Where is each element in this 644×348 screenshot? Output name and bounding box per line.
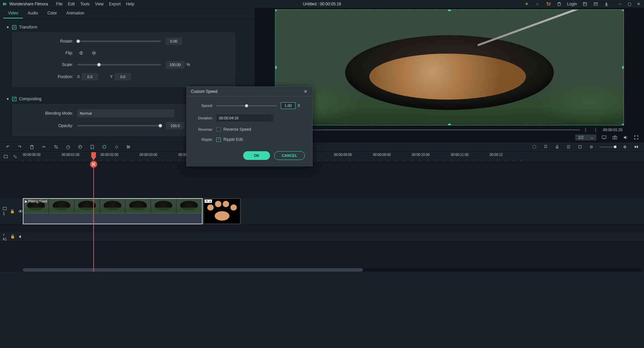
menu-help[interactable]: Help <box>126 2 135 6</box>
window-maximize-icon[interactable]: ▢ <box>627 1 632 7</box>
menu-export[interactable]: Export <box>109 2 121 6</box>
speed-input[interactable] <box>281 102 296 109</box>
undo-icon[interactable]: ↶ <box>5 144 11 150</box>
flip-horizontal-icon[interactable] <box>77 50 85 56</box>
lock-icon[interactable]: 🔓 <box>10 234 15 240</box>
snap-icon[interactable] <box>577 144 583 150</box>
mark-in-icon[interactable]: { <box>585 127 588 132</box>
display-icon[interactable] <box>601 134 607 140</box>
mail-icon[interactable] <box>593 1 598 7</box>
lightbulb-icon[interactable]: ☀ <box>524 1 530 7</box>
resize-handle-mr[interactable] <box>622 66 624 69</box>
zoom-in-icon[interactable]: ⊕ <box>622 144 628 150</box>
cut-icon[interactable]: ✂ <box>41 144 47 150</box>
ok-button[interactable]: OK <box>243 151 270 160</box>
project-title: Untitled : 00:00:05:16 <box>303 2 341 6</box>
menu-tools[interactable]: Tools <box>80 2 90 6</box>
crop-icon[interactable] <box>53 144 59 150</box>
timeline-ruler[interactable]: 00:00:00:0000:00:01:0000:00:02:0000:00:0… <box>23 152 644 162</box>
preview-viewport[interactable] <box>275 9 624 125</box>
playhead-handle[interactable] <box>91 152 97 161</box>
blending-mode-select[interactable]: Normal <box>77 109 174 117</box>
timeline-scrollbar[interactable] <box>23 268 641 272</box>
app-name: Wondershare Filmora <box>9 2 48 6</box>
mark-out-icon[interactable]: } <box>595 127 598 132</box>
speed-icon[interactable] <box>65 144 71 150</box>
ruler-mark: 00:00:00:00 <box>23 153 41 157</box>
lock-icon[interactable]: 🔓 <box>10 208 15 214</box>
settings-icon[interactable] <box>125 144 131 150</box>
preview-progress[interactable] <box>276 129 580 130</box>
resize-handle-mb[interactable] <box>448 124 451 125</box>
ripple-checkbox[interactable] <box>216 137 221 142</box>
resize-handle-tr[interactable] <box>622 9 624 11</box>
menu-file[interactable]: File <box>56 2 62 6</box>
resize-handle-tl[interactable] <box>275 9 277 11</box>
position-x-input[interactable] <box>82 73 98 80</box>
login-button[interactable]: Login <box>567 2 577 6</box>
position-y-input[interactable] <box>115 73 131 80</box>
link-icon[interactable] <box>12 154 18 160</box>
track-options-icon[interactable] <box>3 154 9 160</box>
tab-animation[interactable]: Animation <box>62 8 89 18</box>
flip-vertical-icon[interactable] <box>90 50 98 56</box>
menu-edit[interactable]: Edit <box>68 2 75 6</box>
motion-tracking-tool-icon[interactable] <box>101 144 107 150</box>
fullscreen-icon[interactable] <box>633 134 639 140</box>
download-icon[interactable] <box>604 1 609 7</box>
redo-icon[interactable]: ↷ <box>17 144 23 150</box>
window-close-icon[interactable]: ✕ <box>636 1 641 7</box>
keyframe-icon[interactable]: ◇ <box>113 144 119 150</box>
transform-header[interactable]: ▾ Transform <box>6 22 249 32</box>
blending-label: Blending Mode: <box>20 111 77 116</box>
svg-point-7 <box>78 145 82 149</box>
opacity-input[interactable] <box>166 122 184 129</box>
audio-mixer-icon[interactable] <box>566 144 572 150</box>
timeline-zoom-slider[interactable] <box>600 147 616 148</box>
playhead-scissors-icon[interactable] <box>90 161 97 168</box>
video-clip-1[interactable]: ▶ Plating Food <box>23 198 203 224</box>
resize-handle-br[interactable] <box>622 124 624 125</box>
eye-icon[interactable] <box>18 208 23 214</box>
rotate-slider[interactable] <box>77 41 161 42</box>
duration-input[interactable] <box>216 114 273 122</box>
tab-audio[interactable]: Audio <box>23 8 43 18</box>
render-icon[interactable] <box>531 144 537 150</box>
color-icon[interactable] <box>77 144 83 150</box>
snapshot-icon[interactable] <box>612 134 618 140</box>
scale-slider[interactable] <box>77 64 161 65</box>
speed-label: Speed: <box>194 104 216 108</box>
zoom-fit-icon[interactable] <box>633 144 639 150</box>
window-minimize-icon[interactable]: ─ <box>617 1 623 7</box>
ruler-mark: 00:00:01:00 <box>62 153 79 157</box>
resize-handle-ml[interactable] <box>275 66 277 69</box>
video-clip-2[interactable]: ✕ a <box>203 198 241 224</box>
tab-color[interactable]: Color <box>43 8 62 18</box>
voiceover-icon[interactable] <box>554 144 560 150</box>
transform-label: Transform <box>19 25 37 30</box>
trash-icon[interactable] <box>556 1 562 7</box>
dialog-close-icon[interactable]: ✕ <box>303 89 308 94</box>
reverse-checkbox[interactable] <box>216 127 221 132</box>
tab-video[interactable]: Video <box>3 8 23 18</box>
cancel-button[interactable]: CANCEL <box>274 151 305 160</box>
titlebar: Wondershare Filmora File Edit Tools View… <box>0 0 644 8</box>
green-screen-icon[interactable] <box>89 144 95 150</box>
rotate-input[interactable] <box>166 38 182 45</box>
speed-slider[interactable] <box>216 105 277 106</box>
volume-icon[interactable] <box>623 134 629 140</box>
scale-input[interactable] <box>166 61 184 68</box>
delete-icon[interactable] <box>29 144 35 150</box>
preview-zoom-select[interactable]: 1/2 ⌄ <box>575 134 596 140</box>
marker-icon[interactable] <box>543 144 549 150</box>
headphones-icon[interactable]: ∩ <box>535 1 540 7</box>
menu-view[interactable]: View <box>95 2 104 6</box>
resize-handle-mt[interactable] <box>448 9 451 11</box>
save-icon[interactable] <box>582 1 588 7</box>
transform-checkbox[interactable] <box>12 25 16 30</box>
cart-icon[interactable] <box>546 1 551 7</box>
opacity-slider[interactable] <box>77 125 161 126</box>
compositing-checkbox[interactable] <box>12 97 16 101</box>
zoom-out-icon[interactable]: ⊖ <box>588 144 594 150</box>
mute-icon[interactable] <box>18 234 22 240</box>
